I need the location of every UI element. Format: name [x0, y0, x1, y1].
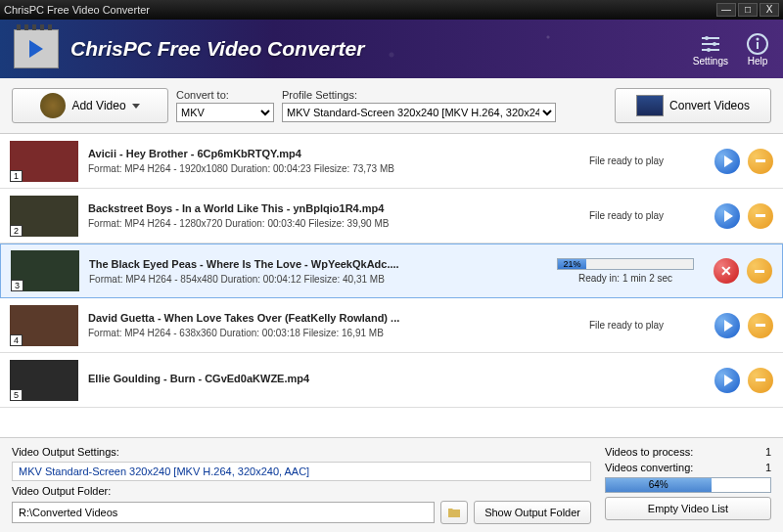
convert-videos-button[interactable]: Convert Videos: [615, 88, 771, 123]
video-info: Backstreet Boys - In a World Like This -…: [88, 202, 538, 229]
video-title: The Black Eyed Peas - Where Is The Love …: [89, 258, 537, 270]
list-row[interactable]: 3The Black Eyed Peas - Where Is The Love…: [0, 244, 783, 298]
settings-button[interactable]: Settings: [693, 32, 728, 66]
row-actions: [714, 149, 773, 174]
window-title: ChrisPC Free Video Converter: [4, 4, 716, 16]
bottom-panel: Video Output Settings: MKV Standard-Scre…: [0, 437, 783, 532]
videos-to-process-value: 1: [765, 446, 771, 458]
video-title: Ellie Goulding - Burn - CGvEd0aKWZE.mp4: [88, 373, 538, 384]
output-settings-label: Video Output Settings:: [12, 446, 591, 458]
thumbnail: 4: [10, 305, 78, 346]
video-title: Avicii - Hey Brother - 6Cp6mKbRTQY.mp4: [88, 148, 538, 159]
video-info: David Guetta - When Love Takes Over (Fea…: [88, 312, 538, 338]
minimize-button[interactable]: —: [716, 3, 736, 17]
cancel-button[interactable]: ✕: [714, 258, 739, 284]
status-column: File ready to play: [548, 210, 705, 221]
empty-video-list-button[interactable]: Empty Video List: [605, 497, 771, 520]
video-info: The Black Eyed Peas - Where Is The Love …: [89, 258, 537, 285]
remove-button[interactable]: [748, 149, 773, 174]
video-title: David Guetta - When Love Takes Over (Fea…: [88, 312, 538, 324]
status-text: Ready in: 1 min 2 sec: [547, 273, 704, 284]
remove-button[interactable]: [748, 368, 773, 393]
help-button[interactable]: Help: [746, 32, 769, 66]
sliders-icon: [699, 32, 722, 56]
play-button[interactable]: [714, 313, 740, 338]
remove-button[interactable]: [747, 258, 772, 284]
overall-progress-fill: 64%: [606, 478, 712, 492]
help-label: Help: [748, 56, 768, 66]
videos-converting-value: 1: [765, 462, 771, 473]
close-button[interactable]: X: [760, 3, 779, 17]
status-text: File ready to play: [548, 320, 705, 331]
video-meta: Format: MP4 H264 - 854x480 Duration: 00:…: [89, 274, 537, 285]
settings-label: Settings: [693, 56, 728, 66]
status-text: File ready to play: [548, 155, 705, 166]
output-settings-value: MKV Standard-Screen 320x240 [MKV H.264, …: [12, 462, 591, 481]
convert-to-select[interactable]: MKV: [176, 103, 274, 122]
row-number: 5: [10, 389, 23, 401]
profile-select[interactable]: MKV Standard-Screen 320x240 [MKV H.264, …: [282, 103, 556, 122]
svg-rect-7: [757, 42, 759, 49]
titlebar: ChrisPC Free Video Converter — □ X: [0, 0, 783, 20]
svg-rect-1: [702, 43, 719, 45]
clapper-icon: [636, 95, 664, 116]
app-title: ChrisPC Free Video Converter: [70, 37, 364, 61]
convert-to-label: Convert to:: [176, 89, 274, 101]
row-actions: [714, 203, 773, 229]
toolbar: Add Video Convert to: MKV Profile Settin…: [0, 78, 783, 134]
thumbnail: 3: [11, 250, 79, 291]
list-row[interactable]: 1Avicii - Hey Brother - 6Cp6mKbRTQY.mp4F…: [0, 134, 783, 189]
play-button[interactable]: [714, 203, 740, 229]
row-number: 3: [11, 280, 23, 291]
videos-to-process-label: Videos to process:: [605, 446, 693, 458]
svg-rect-0: [702, 37, 719, 39]
chevron-down-icon: [132, 104, 140, 109]
overall-progress: 64%: [605, 477, 771, 493]
videos-converting-label: Videos converting:: [605, 462, 693, 473]
svg-point-8: [757, 37, 760, 40]
row-number: 1: [10, 170, 23, 182]
folder-icon: [447, 507, 461, 518]
remove-button[interactable]: [748, 313, 773, 338]
status-column: File ready to play: [548, 320, 705, 331]
thumbnail: 5: [10, 360, 78, 401]
video-meta: Format: MP4 H264 - 1920x1080 Duration: 0…: [88, 163, 538, 174]
row-actions: [714, 368, 773, 393]
row-actions: ✕: [714, 258, 772, 284]
status-column: File ready to play: [548, 155, 705, 166]
maximize-button[interactable]: □: [738, 3, 758, 17]
output-folder-label: Video Output Folder:: [12, 485, 591, 497]
header: ChrisPC Free Video Converter Settings He…: [0, 20, 783, 78]
convert-videos-label: Convert Videos: [669, 99, 750, 112]
status-column: 21%Ready in: 1 min 2 sec: [547, 258, 704, 284]
add-video-button[interactable]: Add Video: [12, 88, 168, 123]
row-number: 4: [10, 334, 23, 346]
video-title: Backstreet Boys - In a World Like This -…: [88, 202, 538, 214]
play-button[interactable]: [714, 149, 740, 174]
remove-button[interactable]: [748, 203, 773, 229]
play-button[interactable]: [714, 368, 740, 393]
list-row[interactable]: 5Ellie Goulding - Burn - CGvEd0aKWZE.mp4: [0, 353, 783, 408]
thumbnail: 2: [10, 196, 78, 237]
row-actions: [714, 313, 773, 338]
row-number: 2: [10, 225, 23, 237]
video-list[interactable]: 1Avicii - Hey Brother - 6Cp6mKbRTQY.mp4F…: [0, 134, 783, 437]
profile-label: Profile Settings:: [282, 89, 607, 101]
list-row[interactable]: 2Backstreet Boys - In a World Like This …: [0, 189, 783, 244]
info-icon: [746, 32, 769, 56]
list-row[interactable]: 4David Guetta - When Love Takes Over (Fe…: [0, 298, 783, 353]
thumbnail: 1: [10, 141, 78, 182]
video-info: Ellie Goulding - Burn - CGvEd0aKWZE.mp4: [88, 373, 538, 388]
video-meta: Format: MP4 H264 - 638x360 Duration: 00:…: [88, 328, 538, 338]
show-output-folder-button[interactable]: Show Output Folder: [474, 501, 591, 524]
status-text: File ready to play: [548, 210, 705, 221]
logo-icon: [14, 29, 59, 68]
add-video-label: Add Video: [71, 99, 125, 112]
film-reel-icon: [40, 93, 66, 118]
svg-point-5: [707, 48, 711, 52]
output-folder-input[interactable]: [12, 502, 435, 523]
browse-folder-button[interactable]: [440, 501, 468, 524]
video-meta: Format: MP4 H264 - 1280x720 Duration: 00…: [88, 218, 538, 229]
video-info: Avicii - Hey Brother - 6Cp6mKbRTQY.mp4Fo…: [88, 148, 538, 174]
svg-point-3: [705, 36, 709, 40]
